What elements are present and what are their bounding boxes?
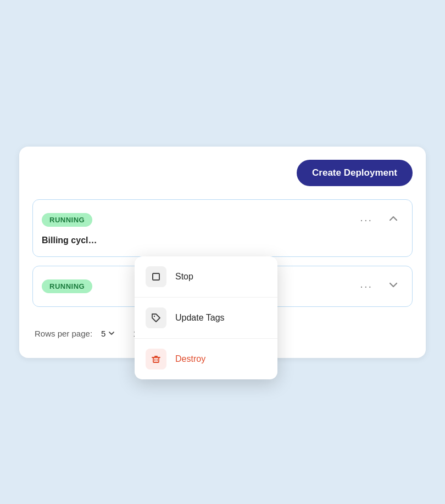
context-menu-item-update-tags[interactable]: Update Tags [135,298,277,339]
svg-rect-0 [153,273,159,280]
rows-dropdown-icon [108,329,115,337]
update-tags-label: Update Tags [175,313,225,323]
more-options-button-1[interactable]: ··· [355,211,377,228]
row-content-1: Billing cycl… [42,236,403,245]
context-menu-item-stop[interactable]: Stop [135,256,277,298]
expand-button-2[interactable] [383,277,403,295]
row-actions-1: ··· [355,211,403,229]
trash-icon-wrap [146,349,166,369]
rows-per-page-value: 5 [101,329,105,338]
header-row: Create Deployment [32,160,413,186]
chevron-down-icon [388,279,399,290]
more-options-button-2[interactable]: ··· [355,278,377,295]
status-badge-2: RUNNING [42,279,92,293]
context-menu: Stop Update Tags [135,256,277,379]
svg-rect-2 [153,357,159,362]
rows-per-page-select[interactable]: 5 [101,329,115,338]
row-top-1: RUNNING ··· [42,211,403,229]
trash-icon [151,354,162,365]
tag-icon [151,312,162,323]
rows-per-page-label: Rows per page: [35,329,92,338]
stop-label: Stop [175,272,193,282]
destroy-label: Destroy [175,354,205,364]
row-actions-2: ··· [355,277,403,295]
collapse-button-1[interactable] [383,211,403,229]
deployment-row-1: RUNNING ··· Billing cycl… [32,199,413,257]
tag-icon-wrap [146,307,166,328]
create-deployment-button[interactable]: Create Deployment [297,160,413,186]
svg-point-1 [154,315,155,316]
main-card: Create Deployment RUNNING ··· Billing cy… [19,147,426,358]
stop-icon-wrap [146,266,166,287]
context-menu-item-destroy[interactable]: Destroy [135,339,277,379]
status-badge-1: RUNNING [42,213,92,227]
chevron-up-icon [388,213,399,224]
stop-icon [151,271,162,282]
